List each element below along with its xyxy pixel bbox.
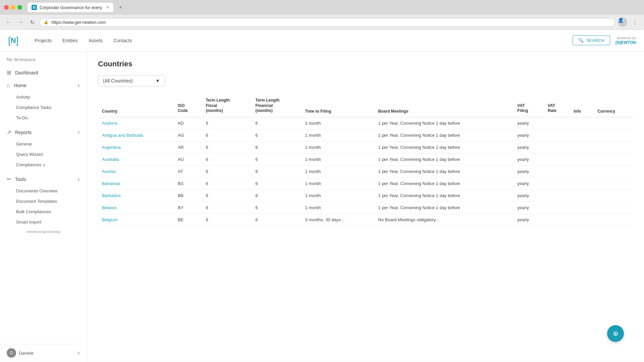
countries-table: Country ISOCode Term LengthFiscal(months…	[98, 95, 633, 226]
sidebar-item-bulk-compliances[interactable]: Bulk Compliances	[0, 206, 87, 217]
country-link[interactable]: Antigua and Barbuda	[102, 133, 143, 138]
powered-by-label: powered by [N]EWTON	[615, 36, 636, 46]
cell-iso: BE	[174, 214, 202, 226]
sidebar-section-tools: ✂ Tools ∧ Documents Overview Document Te…	[0, 171, 87, 229]
sidebar-item-query-wizard[interactable]: Query Wizard	[0, 149, 87, 160]
cell-info	[570, 214, 593, 226]
cell-iso: AU	[174, 153, 202, 165]
cell-country: Antigua and Barbuda	[98, 129, 174, 141]
lock-icon: 🔒	[44, 20, 49, 24]
cell-country: Austria	[98, 165, 174, 177]
table-header: Country ISOCode Term LengthFiscal(months…	[98, 95, 633, 117]
country-link[interactable]: Belgium	[102, 217, 118, 222]
cell-time-filing: 1 month	[301, 189, 374, 201]
minimize-dot[interactable]	[11, 5, 15, 10]
table-row: Belgium BE 6 6 0 months, 30 days... No B…	[98, 214, 633, 226]
cell-time-filing: 0 months, 30 days...	[301, 214, 374, 226]
cell-time-filing: 1 month	[301, 165, 374, 177]
fab-button[interactable]: ⊕	[607, 325, 624, 342]
browser-tab[interactable]: N Corporate Governance for every ✕	[28, 3, 113, 12]
cell-country: Belarus	[98, 201, 174, 214]
browser-profile-avatar[interactable]: 👤	[618, 17, 627, 27]
cell-vat-filing: yearly	[513, 141, 544, 153]
country-link[interactable]: Austria	[102, 169, 115, 174]
cell-board-meetings: 1 per Year, Convening Notice 1 day befor…	[374, 177, 514, 189]
sidebar-item-documents-overview[interactable]: Documents Overview	[0, 186, 87, 196]
nav-projects[interactable]: Projects	[35, 38, 52, 43]
cell-term-fiscal: 6	[202, 201, 251, 214]
table-row: Bahamas BS 6 6 1 month 1 per Year, Conve…	[98, 177, 633, 189]
table-row: Belarus BY 6 6 1 month 1 per Year, Conve…	[98, 201, 633, 214]
cell-vat-filing: yearly	[513, 129, 544, 141]
cell-vat-rate	[544, 189, 570, 201]
sidebar-collapse-button[interactable]: ‹	[87, 203, 87, 211]
cell-info	[570, 189, 593, 201]
cell-term-financial: 6	[251, 165, 301, 177]
back-button[interactable]: ←	[4, 18, 13, 26]
sidebar-item-home[interactable]: ⌂ Home ∧	[0, 79, 87, 92]
nav-entities[interactable]: Entities	[62, 38, 78, 43]
cell-board-meetings: 1 per Year, Convening Notice 1 day befor…	[374, 141, 514, 153]
countries-filter-dropdown[interactable]: (All Countries) ▼	[98, 75, 165, 86]
cell-currency	[593, 141, 633, 153]
sidebar-item-compliance-tasks[interactable]: Compliance Tasks	[0, 102, 87, 113]
forward-button[interactable]: →	[16, 18, 25, 26]
cell-currency	[593, 201, 633, 214]
cell-vat-filing: yearly	[513, 201, 544, 214]
country-link[interactable]: Andorra	[102, 121, 117, 126]
close-dot[interactable]	[4, 5, 9, 10]
cell-currency	[593, 214, 633, 226]
browser-dots	[4, 5, 22, 10]
tools-icon: ✂	[7, 176, 11, 182]
cell-board-meetings: 1 per Year, Convening Notice 1 day befor…	[374, 201, 514, 214]
sidebar-item-compliances[interactable]: Compliances ∨	[0, 160, 87, 170]
sidebar-item-smart-import[interactable]: Smart Import	[0, 217, 87, 227]
country-link[interactable]: Belarus	[102, 205, 117, 210]
country-link[interactable]: Bahamas	[102, 181, 120, 186]
address-bar[interactable]: 🔒 https://www.get-newton.com	[39, 18, 615, 26]
sidebar-item-label-reports: Reports	[15, 130, 32, 135]
nav-contacts[interactable]: Contacts	[113, 38, 132, 43]
cell-term-fiscal: 6	[202, 214, 251, 226]
sidebar-item-document-templates[interactable]: Document Templates	[0, 196, 87, 206]
col-header-iso: ISOCode	[174, 95, 202, 117]
app-logo[interactable]: [ N ]	[8, 35, 18, 46]
col-header-vat-filing: VATFiling	[513, 95, 544, 117]
sidebar-item-dashboard[interactable]: ⊞ Dashboard	[0, 66, 87, 79]
cell-country: Australia	[98, 153, 174, 165]
cell-time-filing: 1 month	[301, 153, 374, 165]
fullscreen-dot[interactable]	[17, 5, 22, 10]
browser-menu-button[interactable]: ⋮	[630, 18, 640, 26]
user-name: Daniele	[19, 351, 34, 356]
cell-iso: BY	[174, 201, 202, 214]
sidebar-item-general[interactable]: General	[0, 139, 87, 149]
user-expand-icon: ∨	[77, 351, 80, 355]
country-link[interactable]: Barbados	[102, 193, 121, 198]
cell-vat-rate	[544, 214, 570, 226]
cell-board-meetings: 1 per Year, Convening Notice 1 day befor…	[374, 129, 514, 141]
country-link[interactable]: Argentina	[102, 145, 121, 150]
sidebar-item-tools[interactable]: ✂ Tools ∧	[0, 173, 87, 186]
refresh-button[interactable]: ↻	[28, 18, 37, 26]
search-button[interactable]: 🔍 SEARCH	[573, 36, 610, 45]
compliances-expand-icon: ∨	[43, 163, 45, 167]
new-tab-button[interactable]: +	[116, 3, 124, 12]
browser-titlebar: N Corporate Governance for every ✕ +	[0, 0, 644, 15]
cell-info	[570, 117, 593, 129]
country-link[interactable]: Australia	[102, 157, 119, 162]
nav-assets[interactable]: Assets	[89, 38, 103, 43]
sidebar-item-todo[interactable]: To-Do	[0, 113, 87, 123]
cell-term-financial: 6	[251, 153, 301, 165]
cell-term-fiscal: 6	[202, 129, 251, 141]
sidebar-item-activity[interactable]: Activity	[0, 92, 87, 102]
cell-term-fiscal: 6	[202, 141, 251, 153]
sidebar-item-reports[interactable]: ↗ Reports ∧	[0, 126, 87, 139]
table-row: Argentina AR 6 6 1 month 1 per Year, Con…	[98, 141, 633, 153]
sidebar-git-label: remotes/origin/develop	[0, 229, 87, 235]
sidebar-user-footer[interactable]: D Daniele ∨	[0, 344, 87, 362]
tab-close-button[interactable]: ✕	[106, 5, 109, 10]
main-area: My Workspace ⊞ Dashboard ⌂ Home ∧ Activi…	[0, 52, 644, 362]
cell-term-financial: 6	[251, 201, 301, 214]
cell-info	[570, 153, 593, 165]
dashboard-icon: ⊞	[7, 69, 11, 76]
